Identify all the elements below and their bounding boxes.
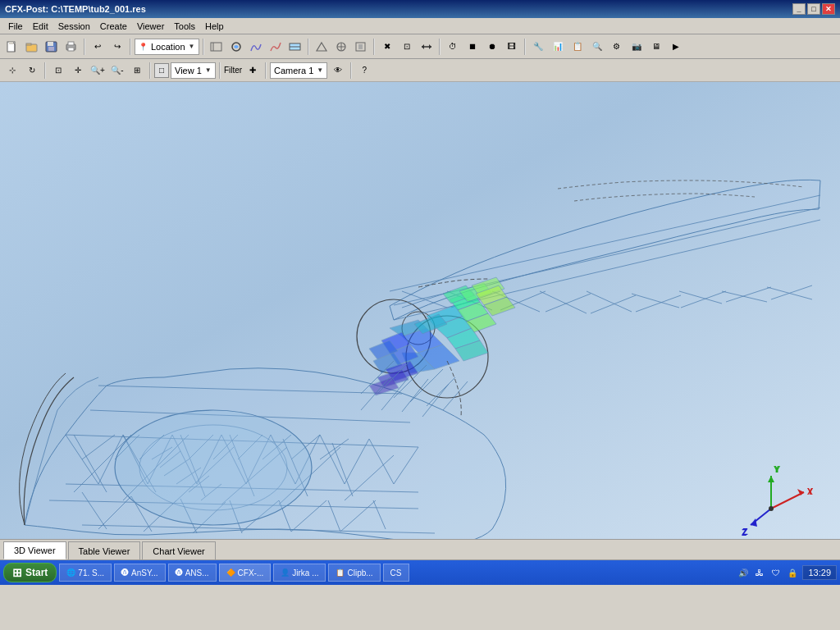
viewer-area[interactable]: CFX xyxy=(0,82,840,539)
redo-button[interactable]: ↪ xyxy=(108,38,126,56)
separator7 xyxy=(524,39,526,55)
menu-session[interactable]: Session xyxy=(53,20,95,33)
sys-icon-volume: 🖧 xyxy=(753,566,766,579)
sys-icon-shield: 🛡 xyxy=(769,566,783,579)
maximize-button[interactable]: □ xyxy=(807,3,820,15)
menu-create[interactable]: Create xyxy=(95,20,132,33)
menu-file[interactable]: File xyxy=(3,20,28,33)
svg-marker-23 xyxy=(422,44,424,49)
tb-btn-d4[interactable]: 🎞 xyxy=(503,38,521,56)
view-label: View 1 xyxy=(175,66,202,75)
filter-button[interactable]: Filter xyxy=(224,62,242,80)
zoom-out-button[interactable]: 🔍- xyxy=(108,62,126,80)
tb-btn-e4[interactable]: 🔍 xyxy=(588,38,606,56)
select-button[interactable]: ⊹ xyxy=(3,62,21,80)
pan-button[interactable]: ✛ xyxy=(69,62,87,80)
separator1 xyxy=(84,39,85,55)
tb-btn-c2[interactable]: ⊡ xyxy=(398,38,416,56)
camera-dropdown-arrow: ▼ xyxy=(317,66,323,74)
snap-button[interactable]: ✚ xyxy=(244,62,262,80)
svg-rect-6 xyxy=(48,47,54,51)
system-clock: 13:29 xyxy=(802,565,837,580)
tb-btn-c3[interactable] xyxy=(418,38,436,56)
tb-btn-a1[interactable] xyxy=(208,38,226,56)
view-options-button[interactable]: □ xyxy=(154,63,169,78)
tb-btn-c1[interactable]: ✖ xyxy=(378,38,396,56)
close-button[interactable]: ✕ xyxy=(822,3,835,15)
start-button[interactable]: ⊞ Start xyxy=(3,563,57,582)
view-dropdown-arrow: ▼ xyxy=(205,66,212,74)
rotate-button[interactable]: ↻ xyxy=(23,62,41,80)
open-button[interactable] xyxy=(23,38,41,56)
tb-btn-e8[interactable]: ▶ xyxy=(667,38,685,56)
zoom-in-button[interactable]: 🔍+ xyxy=(89,62,107,80)
tb-btn-d3[interactable]: ⏺ xyxy=(483,38,501,56)
menu-tools[interactable]: Tools xyxy=(169,20,200,33)
taskbar-item-4[interactable]: 👤 Jirka ... xyxy=(273,564,326,582)
tb-btn-b2[interactable] xyxy=(332,38,350,56)
separator5 xyxy=(373,39,375,55)
menu-viewer[interactable]: Viewer xyxy=(132,20,169,33)
tb-btn-a5[interactable] xyxy=(286,38,304,56)
location-label: Location xyxy=(151,42,185,52)
svg-rect-3 xyxy=(26,43,31,45)
window-controls[interactable]: _ □ ✕ xyxy=(792,3,835,15)
taskbar-item-6[interactable]: CS xyxy=(383,564,409,582)
save-button[interactable] xyxy=(43,38,61,56)
tb-btn-a3[interactable] xyxy=(247,38,265,56)
separator2 xyxy=(130,39,131,55)
separator6 xyxy=(439,39,441,55)
separator-t2-5 xyxy=(350,62,352,79)
tb-btn-e6[interactable]: 📷 xyxy=(628,38,646,56)
tab-chart-viewer[interactable]: Chart Viewer xyxy=(142,541,215,559)
svg-rect-20 xyxy=(358,44,363,49)
tb-btn-e2[interactable]: 📊 xyxy=(549,38,567,56)
tb-btn-a2[interactable] xyxy=(227,38,245,56)
taskbar-item-5[interactable]: 📋 Clipb... xyxy=(328,564,380,582)
tb-btn-e1[interactable]: 🔧 xyxy=(529,38,547,56)
tab-table-viewer[interactable]: Table Viewer xyxy=(68,541,141,559)
separator-t2-1 xyxy=(44,62,46,79)
zoom-fit-button[interactable]: ⊡ xyxy=(49,62,67,80)
separator-t2-4 xyxy=(265,62,267,79)
tb-btn-e3[interactable]: 📋 xyxy=(568,38,587,56)
tab-3d-viewer[interactable]: 3D Viewer xyxy=(3,541,66,559)
taskbar-item-0[interactable]: 🌐 71. S... xyxy=(59,564,112,582)
print-button[interactable] xyxy=(62,38,80,56)
svg-marker-22 xyxy=(429,44,431,49)
undo-button[interactable]: ↩ xyxy=(89,38,107,56)
location-dropdown[interactable]: 📍 Location ▼ xyxy=(135,39,199,55)
camera-dropdown[interactable]: Camera 1 ▼ xyxy=(270,62,327,79)
sys-icon-antivirus: 🔒 xyxy=(786,566,799,579)
help-context-button[interactable]: ? xyxy=(355,62,373,80)
tb-btn-a4[interactable] xyxy=(267,38,285,56)
window-title: CFX-Post: C:\TEMP\tub2_001.res xyxy=(5,4,146,14)
taskbar-item-1[interactable]: 🅐 AnSY... xyxy=(114,564,166,582)
tb-btn-d1[interactable]: ⏱ xyxy=(444,38,462,56)
svg-point-87 xyxy=(139,425,287,510)
taskbar-item-3[interactable]: 🔶 CFX-... xyxy=(219,564,272,582)
new-button[interactable] xyxy=(3,38,21,56)
tb-btn-e7[interactable]: 🖥 xyxy=(647,38,665,56)
separator-t2-2 xyxy=(149,62,151,79)
taskbar-right: 🔊 🖧 🛡 🔒 13:29 xyxy=(737,565,837,580)
menu-edit[interactable]: Edit xyxy=(28,20,53,33)
taskbar: ⊞ Start 🌐 71. S... 🅐 AnSY... 🅐 ANS... 🔶 … xyxy=(0,560,840,585)
separator3 xyxy=(203,39,204,55)
taskbar-item-2[interactable]: 🅐 ANS... xyxy=(168,564,217,582)
svg-rect-1 xyxy=(9,42,13,44)
camera-options-button[interactable]: 👁 xyxy=(329,62,347,80)
tb-btn-b3[interactable] xyxy=(352,38,370,56)
tb-btn-e5[interactable]: ⚙ xyxy=(608,38,626,56)
tb-btn-b1[interactable] xyxy=(313,38,331,56)
svg-text:X: X xyxy=(807,487,813,496)
separator-t2-3 xyxy=(219,62,221,79)
tb-btn-d2[interactable]: ⏹ xyxy=(463,38,482,56)
svg-rect-5 xyxy=(48,42,53,46)
filter-label: Filter xyxy=(224,66,242,75)
menu-help[interactable]: Help xyxy=(200,20,229,33)
separator4 xyxy=(308,39,309,55)
view-mode-button[interactable]: ⊞ xyxy=(128,62,146,80)
minimize-button[interactable]: _ xyxy=(792,3,806,15)
view-dropdown[interactable]: View 1 ▼ xyxy=(171,62,216,79)
